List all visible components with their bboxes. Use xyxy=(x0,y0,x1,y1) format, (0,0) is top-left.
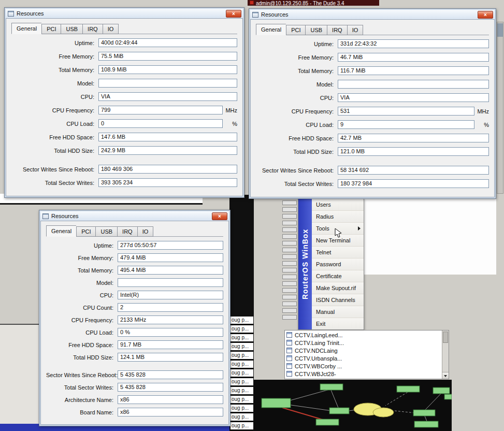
field-value[interactable]: x86 xyxy=(118,395,223,404)
log-list-item[interactable]: oug p... xyxy=(231,325,253,333)
map-node[interactable] xyxy=(413,410,435,416)
map-node[interactable] xyxy=(329,408,349,414)
tab-usb[interactable]: USB xyxy=(95,226,117,237)
scroll-down-button[interactable] xyxy=(442,372,449,379)
field-value[interactable]: 180 469 306 xyxy=(98,165,237,174)
tab-pci[interactable]: PCI xyxy=(286,25,305,35)
field-value[interactable]: 108.9 MiB xyxy=(98,65,237,74)
map-node[interactable] xyxy=(444,394,452,399)
field-value[interactable] xyxy=(118,278,223,287)
field-value[interactable]: 116.7 MiB xyxy=(338,66,489,75)
tab-irq[interactable]: IRQ xyxy=(117,226,137,237)
map-node[interactable] xyxy=(414,421,438,427)
device-list-scrollbar[interactable] xyxy=(442,331,449,379)
log-list-item[interactable]: oug p... xyxy=(231,343,253,350)
field-value[interactable]: 479.4 MiB xyxy=(118,253,223,262)
log-list-item[interactable]: oug p... xyxy=(231,396,253,403)
field-value[interactable] xyxy=(98,79,237,88)
window-titlebar[interactable]: Resources× xyxy=(40,211,229,221)
device-list-item[interactable]: CCTV.LaingLeed... xyxy=(285,331,442,339)
log-list-item[interactable]: oug p... xyxy=(231,422,253,429)
tab-pci[interactable]: PCI xyxy=(76,226,95,237)
menu-item-users[interactable]: Users xyxy=(312,199,364,211)
log-list-item[interactable]: oug p... xyxy=(231,352,253,359)
field-value[interactable]: 121.0 MB xyxy=(338,147,489,156)
field-value[interactable]: 2133 MHz xyxy=(118,315,223,324)
field-value[interactable]: 42.7 MB xyxy=(338,134,489,142)
field-value[interactable]: 5 435 828 xyxy=(118,370,223,379)
scrollbar-thumb[interactable] xyxy=(497,23,503,37)
close-button[interactable]: × xyxy=(226,10,241,18)
menu-item-exit[interactable]: Exit xyxy=(312,318,364,329)
field-value[interactable]: 91.7 MB xyxy=(118,340,223,349)
log-list-item[interactable]: oug p... xyxy=(231,387,253,394)
close-button[interactable]: × xyxy=(212,212,227,220)
menu-item-certificate[interactable]: Certificate xyxy=(312,270,364,282)
field-value[interactable]: 0 % xyxy=(118,328,223,337)
window-titlebar[interactable]: Resources× xyxy=(250,10,495,19)
map-node[interactable] xyxy=(262,398,291,408)
field-value[interactable]: 799 xyxy=(98,106,223,114)
device-list-item[interactable]: CCTV.NDCLaing xyxy=(285,347,442,354)
log-list-item[interactable]: oug p... xyxy=(231,413,253,421)
menu-item-radius[interactable]: Radius xyxy=(312,211,364,223)
scrollbar-thumb[interactable] xyxy=(443,332,448,343)
field-value[interactable]: 242.9 MB xyxy=(98,146,237,155)
menu-item-isdn-channels[interactable]: ISDN Channels xyxy=(312,294,364,306)
field-value[interactable]: 180 372 984 xyxy=(338,179,489,188)
tab-irq[interactable]: IRQ xyxy=(82,24,103,34)
field-value[interactable]: 9 xyxy=(338,120,474,129)
log-list-item[interactable]: oug p... xyxy=(231,369,253,377)
field-value[interactable]: 0 xyxy=(98,119,223,128)
scrollbar[interactable] xyxy=(497,22,503,194)
log-list-item[interactable]: oug p... xyxy=(231,317,253,324)
tab-io[interactable]: IO xyxy=(347,25,364,35)
menu-item-password[interactable]: Password xyxy=(312,258,364,270)
tab-io[interactable]: IO xyxy=(137,226,154,237)
map-node[interactable] xyxy=(320,384,343,390)
tab-usb[interactable]: USB xyxy=(61,24,82,34)
field-value[interactable] xyxy=(338,80,489,89)
field-value[interactable]: VIA xyxy=(338,93,489,102)
device-list-item[interactable]: CCTV.WBJct28- xyxy=(285,370,442,378)
window-titlebar[interactable]: Resources× xyxy=(6,9,243,18)
menu-item-telnet[interactable]: Telnet xyxy=(312,247,364,258)
field-value[interactable]: Intel(R) xyxy=(118,291,223,299)
field-value[interactable]: 147.6 MB xyxy=(98,133,237,141)
field-value[interactable]: 46.7 MiB xyxy=(338,53,489,62)
device-list-item[interactable]: CCTV.Laing Trinit... xyxy=(285,339,442,347)
field-value[interactable]: 5 435 828 xyxy=(118,383,223,392)
log-list-item[interactable]: oug p... xyxy=(231,361,253,368)
device-list-item[interactable]: CCTV.Urbanspla... xyxy=(285,354,442,362)
map-node[interactable] xyxy=(397,386,420,392)
field-value[interactable]: 124.1 MB xyxy=(118,353,223,362)
field-value[interactable]: 75.5 MiB xyxy=(98,52,237,61)
field-value[interactable]: 331d 22:43:32 xyxy=(338,39,489,48)
map-cloud[interactable] xyxy=(373,408,394,417)
field-value[interactable]: 495.4 MiB xyxy=(118,266,223,275)
map-node[interactable] xyxy=(316,419,339,425)
field-value[interactable]: 400d 02:49:44 xyxy=(98,38,237,47)
tab-general[interactable]: General xyxy=(11,23,41,34)
tab-usb[interactable]: USB xyxy=(305,25,327,35)
log-list-item[interactable]: oug p... xyxy=(231,378,253,385)
log-list-item[interactable]: oug p... xyxy=(231,334,253,341)
log-list-item[interactable]: oug p... xyxy=(231,405,253,412)
tab-irq[interactable]: IRQ xyxy=(327,25,347,35)
field-value[interactable]: x86 xyxy=(118,408,223,416)
tab-pci[interactable]: PCI xyxy=(41,24,61,34)
tab-io[interactable]: IO xyxy=(103,24,119,34)
tab-general[interactable]: General xyxy=(256,24,286,35)
field-value[interactable]: 393 305 234 xyxy=(98,178,237,187)
map-node[interactable] xyxy=(433,387,450,394)
device-list-item[interactable]: CCTV.WBCorby ... xyxy=(285,362,442,370)
field-value[interactable]: VIA xyxy=(98,92,237,101)
menu-item-make-supout-rif[interactable]: Make Supout.rif xyxy=(312,282,364,294)
close-button[interactable]: × xyxy=(478,11,493,19)
tab-general[interactable]: General xyxy=(46,225,76,237)
field-value[interactable]: 2 xyxy=(118,303,223,312)
menu-item-manual[interactable]: Manual xyxy=(312,306,364,318)
field-value[interactable]: 277d 05:50:57 xyxy=(118,241,223,250)
field-value[interactable]: 58 314 692 xyxy=(338,166,489,175)
field-value[interactable]: 531 xyxy=(338,107,474,116)
